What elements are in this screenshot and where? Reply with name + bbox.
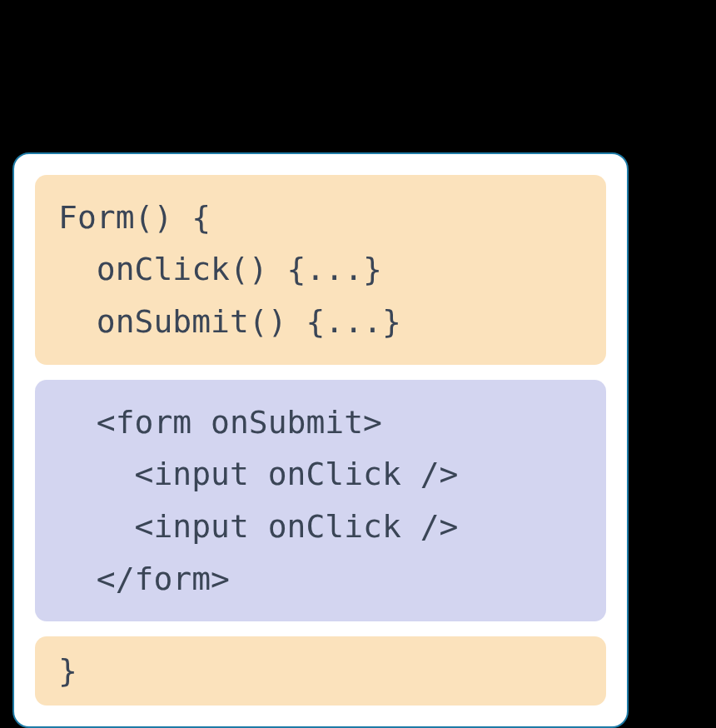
code-diagram-card: Form() { onClick() {...} onSubmit() {...… [12,152,629,729]
code-line: <form onSubmit> [58,404,382,441]
code-line: <input onClick /> [58,508,458,545]
code-line: onSubmit() {...} [58,303,401,340]
code-line: Form() { [58,199,211,236]
code-line: onClick() {...} [58,251,382,287]
js-logic-block: Form() { onClick() {...} onSubmit() {...… [35,175,606,365]
jsx-markup-block: <form onSubmit> <input onClick /> <input… [35,380,606,622]
code-line: </form> [58,561,230,597]
code-line: <input onClick /> [58,456,458,492]
close-brace-block: } [35,636,606,706]
code-line: } [58,652,77,689]
